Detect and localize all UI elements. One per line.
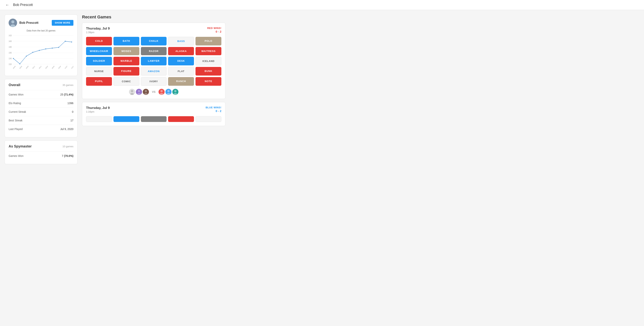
player-avatar-3 [143,89,149,95]
tile-ranch: RANCH [168,77,194,86]
tile-comic: COMIC [114,77,139,86]
game-1-result-label: RED WINS! [207,27,222,30]
svg-point-26 [20,63,20,65]
game-2-score: 0 - 2 [206,109,222,113]
game-1-time: 1:39pm [86,31,110,34]
player-avatar-4 [158,89,165,95]
tile-polo: POLO [196,37,222,46]
game-2-date: Thursday, Jul 9 [86,106,110,110]
svg-text:1360: 1360 [8,52,12,54]
stat-row-elo: Elo Rating 1396 [8,99,74,107]
game-card-2: Thursday, Jul 9 1:16pm BLUE WINS! 0 - 2 [82,102,226,126]
tile-bass: BASS [168,37,194,46]
svg-text:06/09: 06/09 [26,65,29,69]
svg-point-48 [167,90,170,92]
game-1-score: 0 - 2 [207,30,222,33]
tile-amazon: AMAZON [141,67,167,76]
game-card-1: Thursday, Jul 9 1:39pm RED WINS! 0 - 2 C… [82,23,226,99]
game-1-date: Thursday, Jul 9 [86,27,110,31]
tile-chalk: CHALK [141,37,167,46]
svg-point-51 [174,90,176,92]
tile-soldier: SOLDIER [86,57,112,65]
recent-games-title: Recent Games [82,15,226,20]
tile-figure: FIGURE [114,67,139,76]
svg-text:07/09: 07/09 [71,65,74,69]
game-2-time: 1:16pm [86,110,110,113]
player-avatar-1 [129,89,135,95]
svg-text:1340: 1340 [8,58,12,60]
tile-nurse: NURSE [86,67,112,76]
show-more-button[interactable]: SHOW MORE [52,20,74,26]
svg-text:06/30: 06/30 [52,65,55,69]
player-avatar-2 [136,89,142,95]
svg-text:06/25: 06/25 [45,65,48,69]
tile-bath: BATH [114,37,139,46]
game-2-result-label: BLUE WINS! [206,106,222,109]
svg-point-45 [160,90,163,92]
player-avatar-5 [166,89,172,95]
svg-point-36 [131,90,133,92]
spymaster-title: As Spymaster [8,144,32,148]
svg-point-42 [145,90,147,92]
spymaster-stats-card: As Spymaster 10 games Games Won 7 (70.0%… [4,140,78,164]
svg-point-27 [26,56,27,57]
svg-point-30 [46,48,46,50]
tile-note: NOTE [196,77,222,86]
tile-ivory: IVORY [141,77,167,86]
tile-moses: MOSES [114,47,139,55]
svg-point-34 [71,42,72,43]
svg-text:1380: 1380 [8,46,12,48]
tile-wheelchair: WHEELCHAIR [86,47,112,55]
page-title: Bob Prescott [13,3,33,7]
svg-text:1420: 1420 [8,35,12,37]
svg-text:06/04: 06/04 [13,65,16,69]
svg-point-28 [32,52,33,53]
elo-chart: 1420 1400 1380 1360 1340 1320 06/04 06/0… [8,34,74,72]
tile-lawyer: LAWYER [141,57,167,65]
stat-row-streak: Current Streak 0 [8,107,74,116]
tile-waitress: WAITRESS [196,47,222,55]
overall-title: Overall [8,83,20,87]
tile-pupil: PUPIL [86,77,112,86]
spymaster-stat-row-won: Games Won 7 (70.0%) [8,152,74,160]
tile-g2-1 [86,116,112,122]
vs-text: VS [152,90,156,93]
tile-desk: DESK [168,57,194,65]
tile-flat: FLAT [168,67,194,76]
stat-row-best-streak: Best Streak 17 [8,116,74,125]
profile-name: Bob Prescott [19,21,38,25]
game-1-players: VS [86,89,222,95]
svg-point-31 [52,48,53,49]
svg-text:06/04: 06/04 [19,65,22,69]
stat-row-last-played: Last Played Jul 9, 2020 [8,125,74,133]
spymaster-games-count: 10 games [62,145,74,148]
svg-text:07/07: 07/07 [64,65,68,69]
player-avatar-6 [172,89,178,95]
svg-text:1400: 1400 [8,40,12,43]
tile-marble: MARBLE [114,57,139,65]
svg-point-25 [13,58,14,59]
svg-text:1320: 1320 [8,63,12,66]
back-button[interactable]: ← [4,2,10,8]
svg-point-32 [58,47,59,48]
profile-card: Bob Prescott SHOW MORE Data from the las… [4,15,78,76]
avatar [8,19,17,27]
tile-razor: RAZOR [141,47,167,55]
chart-subtitle: Data from the last 20 games [8,29,74,32]
overall-stats-card: Overall 35 games Games Won 25 (71.4%) El… [4,79,78,137]
stat-row-games-won: Games Won 25 (71.4%) [8,90,74,99]
tile-alaska: ALASKA [168,47,194,55]
tile-iceland: ICELAND [196,57,222,65]
svg-point-39 [138,90,140,92]
svg-point-29 [39,50,40,51]
tile-bunk: BUNK [196,67,222,76]
svg-text:06/30: 06/30 [58,65,61,69]
tile-g2-5 [196,116,222,122]
tile-g2-2 [114,116,139,122]
tile-g2-4 [168,116,194,122]
svg-point-1 [11,20,14,24]
svg-text:06/11: 06/11 [39,65,42,69]
svg-point-33 [65,41,66,42]
tile-cold: COLD [86,37,112,46]
tile-g2-3 [141,116,167,122]
